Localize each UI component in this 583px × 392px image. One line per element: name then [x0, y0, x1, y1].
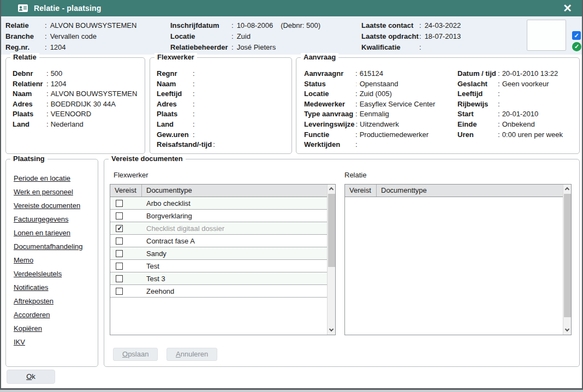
- field-row: Aanvraagnr: 615124: [304, 69, 435, 79]
- vereist-checkbox[interactable]: [116, 200, 123, 207]
- table-row[interactable]: Contract fase A: [110, 235, 327, 247]
- vertical-scrollbar[interactable]: [327, 185, 335, 335]
- vereist-checkbox[interactable]: [116, 275, 123, 282]
- vereist-checkbox[interactable]: [116, 250, 123, 257]
- vereist-checkbox[interactable]: [116, 225, 123, 232]
- sidebar-link[interactable]: Notificaties: [14, 281, 90, 294]
- scroll-down-icon[interactable]: [563, 326, 572, 335]
- column-header-vereist: Vereist: [345, 185, 377, 197]
- field-label: Rijbewijs: [457, 99, 497, 110]
- table-row[interactable]: Zeehond: [110, 285, 327, 298]
- close-icon[interactable]: ✕: [560, 3, 575, 14]
- relatie-documents-table: Vereist Documenttype: [344, 184, 572, 335]
- field-label: Geslacht: [457, 79, 497, 90]
- field-value: José Pieters: [237, 42, 276, 53]
- sidebar-link[interactable]: Aftrekposten: [14, 294, 90, 308]
- vereist-checkbox[interactable]: [116, 288, 123, 295]
- sidebar-link[interactable]: Accorderen: [14, 308, 90, 322]
- table-row[interactable]: Test 3: [110, 272, 327, 285]
- scrollbar-thumb[interactable]: [564, 194, 571, 317]
- aanvraag-fields-right: Datum / tijd: 20-01-2010 13:22 Geslacht:…: [457, 69, 563, 140]
- documenttype-cell: Arbo checklist: [142, 199, 191, 207]
- header-field: Branche: Vervallen code: [5, 31, 144, 42]
- vereist-checkbox[interactable]: [116, 237, 123, 245]
- field-value: 500: [51, 69, 63, 79]
- field-row: Datum / tijd: 20-01-2010 13:22: [457, 69, 563, 79]
- field-value: Eenmalig: [360, 109, 389, 120]
- field-label: Uren: [457, 130, 497, 140]
- field-value: 10-08-2006: [237, 20, 273, 31]
- sidebar-link[interactable]: Memo: [14, 253, 90, 267]
- vereist-checkbox[interactable]: [116, 263, 123, 270]
- field-label: Aanvraagnr: [304, 69, 354, 79]
- scrollbar-thumb[interactable]: [328, 194, 335, 267]
- table-row[interactable]: Checklist digitaal dossier: [110, 222, 327, 235]
- field-label: Leveringswijze: [304, 120, 354, 130]
- field-value: 0:00 uren per week: [502, 130, 563, 140]
- cancel-button[interactable]: Annuleren: [166, 348, 217, 361]
- field-label: Laatste contact: [361, 20, 418, 31]
- field-row: Leeftijd:: [157, 89, 291, 99]
- panel-vereiste-documenten-legend: Vereiste documenten: [109, 155, 186, 163]
- vereist-checkbox[interactable]: [116, 212, 123, 219]
- table-row[interactable]: Arbo checklist: [110, 197, 327, 210]
- save-button[interactable]: Opslaan: [113, 348, 158, 361]
- field-label: Relatie: [5, 20, 44, 31]
- window-title: Relatie - plaatsing: [34, 4, 102, 13]
- field-label: Leeftijd: [457, 89, 497, 99]
- panel-flexwerker-legend: Flexwerker: [154, 53, 197, 61]
- field-row: Regnr:: [157, 69, 291, 79]
- field-label: Relatiebeheerder: [170, 42, 230, 53]
- sidebar-link[interactable]: Vereiste documenten: [14, 199, 90, 212]
- table-row[interactable]: Sandy: [110, 247, 327, 260]
- blue-checkbox-icon[interactable]: ✓: [572, 31, 581, 40]
- sidebar-link[interactable]: Factuurgegevens: [14, 212, 90, 226]
- field-value: Onbekend: [502, 120, 535, 130]
- field-note: (Debnr: 500): [281, 20, 320, 31]
- header-field: Kwalificatie:: [361, 42, 468, 53]
- documenttype-cell: Test 3: [142, 275, 165, 283]
- sidebar-link[interactable]: Werk en personeel: [14, 185, 90, 199]
- scroll-up-icon[interactable]: [328, 185, 336, 193]
- vertical-scrollbar[interactable]: [563, 185, 571, 335]
- flexwerker-fields: Regnr: Naam: Leeftijd: Adres:: [150, 58, 291, 150]
- relatie-fields: Debnr: 500 Relatienr: 1204 Naam: ALVON B…: [6, 58, 145, 130]
- field-row: Land:: [157, 120, 291, 130]
- field-value: Uitzendwerk: [360, 120, 399, 130]
- field-row: Reisafstand/-tijd:: [157, 140, 291, 150]
- table-row[interactable]: Borgverklaring: [110, 210, 327, 222]
- aanvraag-fields-left: Aanvraagnr: 615124 Status: Openstaand Lo…: [304, 69, 435, 150]
- header-column-registration: Inschrijfdatum: 10-08-2006 (Debnr: 500) …: [170, 20, 320, 53]
- table-row[interactable]: Test: [110, 260, 327, 272]
- sidebar-link[interactable]: Lonen en tarieven: [14, 226, 90, 240]
- field-label: Locatie: [304, 89, 354, 99]
- field-label: Plaats: [13, 109, 45, 120]
- sidebar-link[interactable]: Kopiëren: [14, 322, 90, 335]
- panel-relatie-legend: Relatie: [10, 53, 39, 61]
- scroll-down-icon[interactable]: [328, 326, 336, 335]
- field-label: Start: [457, 109, 497, 120]
- ok-button[interactable]: Ok: [7, 370, 55, 384]
- scroll-up-icon[interactable]: [563, 185, 572, 193]
- titlebar: Relatie - plaatsing ✕: [1, 0, 582, 16]
- field-row: Adres:: [157, 99, 291, 110]
- field-value: 615124: [360, 69, 383, 79]
- plaatsing-nav: Periode en locatie Werk en personeel Ver…: [6, 159, 98, 349]
- field-value: 24-03-2022: [425, 20, 461, 31]
- documenttype-cell: Checklist digitaal dossier: [142, 224, 224, 233]
- field-label: Datum / tijd: [457, 69, 497, 79]
- field-label: Locatie: [170, 31, 230, 42]
- sidebar-link[interactable]: Periode en locatie: [14, 171, 90, 185]
- green-status-check-icon: ✓: [572, 42, 581, 51]
- sidebar-link[interactable]: Documentafhandeling: [14, 240, 90, 253]
- field-row: Gew.uren:: [157, 130, 291, 140]
- document-actions: Opslaan Annuleren: [113, 348, 224, 361]
- sidebar-link[interactable]: Verdeelsleutels: [14, 267, 90, 281]
- flexwerker-documents-table: Vereist Documenttype Arbo checklist Borg…: [110, 184, 336, 335]
- field-row: Naam:: [157, 79, 291, 90]
- field-label: Type aanvraag: [304, 109, 354, 120]
- panel-flexwerker: Flexwerker Regnr: Naam: Leeftijd:: [150, 57, 292, 154]
- field-row: Start: 20-01-2010: [457, 109, 563, 120]
- field-label: Naam: [13, 89, 45, 99]
- sidebar-link[interactable]: IKV: [14, 335, 90, 349]
